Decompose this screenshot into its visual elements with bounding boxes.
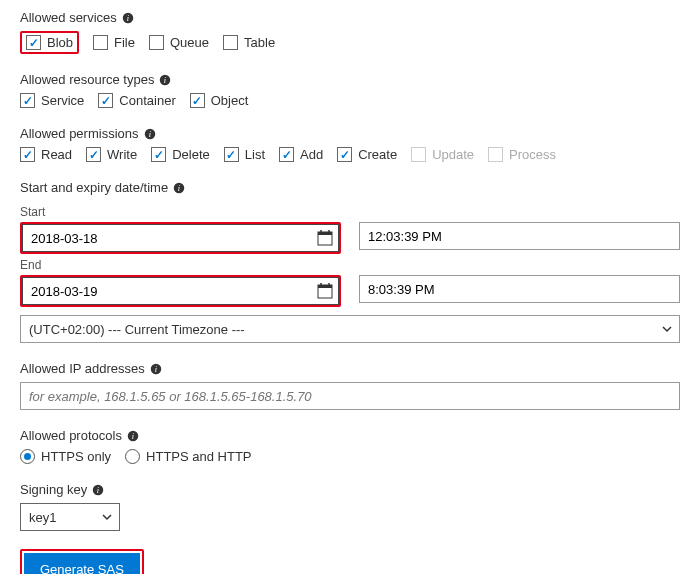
resource-types-label: Allowed resource types i — [20, 72, 680, 87]
permissions-label: Allowed permissions i — [20, 126, 680, 141]
services-label: Allowed services i — [20, 10, 680, 25]
end-time-input[interactable] — [359, 275, 680, 303]
radio-icon — [125, 449, 140, 464]
radio-label: HTTPS and HTTP — [146, 449, 251, 464]
checkbox-label: Queue — [170, 35, 209, 50]
ip-input[interactable] — [20, 382, 680, 410]
info-icon[interactable]: i — [159, 74, 171, 86]
checkbox-blob[interactable]: Blob — [26, 35, 73, 50]
checkbox-label: Create — [358, 147, 397, 162]
checkbox-write[interactable]: Write — [86, 147, 137, 162]
checkbox-read[interactable]: Read — [20, 147, 72, 162]
checkbox-service[interactable]: Service — [20, 93, 84, 108]
checkbox-label: Object — [211, 93, 249, 108]
checkbox-label: Read — [41, 147, 72, 162]
checkbox-icon — [190, 93, 205, 108]
info-icon[interactable]: i — [122, 12, 134, 24]
checkbox-list[interactable]: List — [224, 147, 265, 162]
checkbox-icon — [337, 147, 352, 162]
svg-rect-9 — [318, 232, 332, 235]
checkbox-container[interactable]: Container — [98, 93, 175, 108]
checkbox-object[interactable]: Object — [190, 93, 249, 108]
timezone-select[interactable]: (UTC+02:00) --- Current Timezone --- — [20, 315, 680, 343]
checkbox-create[interactable]: Create — [337, 147, 397, 162]
checkbox-icon — [411, 147, 426, 162]
radio-https-only[interactable]: HTTPS only — [20, 449, 111, 464]
checkbox-icon — [98, 93, 113, 108]
checkbox-label: Blob — [47, 35, 73, 50]
radio-label: HTTPS only — [41, 449, 111, 464]
checkbox-label: Process — [509, 147, 556, 162]
radio-https-http[interactable]: HTTPS and HTTP — [125, 449, 251, 464]
end-date-input[interactable] — [20, 275, 341, 307]
generate-sas-button[interactable]: Generate SAS — [24, 553, 140, 574]
protocols-label: Allowed protocols i — [20, 428, 680, 443]
checkbox-file[interactable]: File — [93, 35, 135, 50]
chevron-down-icon — [101, 511, 113, 523]
start-date-input[interactable] — [20, 222, 341, 254]
resource-types-row: Service Container Object — [20, 93, 680, 108]
svg-rect-13 — [318, 285, 332, 288]
checkbox-icon — [151, 147, 166, 162]
datetime-label: Start and expiry date/time i — [20, 180, 680, 195]
checkbox-label: Service — [41, 93, 84, 108]
checkbox-label: Add — [300, 147, 323, 162]
checkbox-update: Update — [411, 147, 474, 162]
chevron-down-icon — [661, 323, 673, 335]
timezone-value: (UTC+02:00) --- Current Timezone --- — [29, 322, 245, 337]
checkbox-add[interactable]: Add — [279, 147, 323, 162]
calendar-icon[interactable] — [317, 283, 333, 299]
checkbox-table[interactable]: Table — [223, 35, 275, 50]
info-icon[interactable]: i — [92, 484, 104, 496]
end-date-field[interactable] — [22, 277, 339, 305]
signing-key-select[interactable]: key1 — [20, 503, 120, 531]
radio-icon — [20, 449, 35, 464]
checkbox-icon — [93, 35, 108, 50]
checkbox-label: Update — [432, 147, 474, 162]
checkbox-icon — [279, 147, 294, 162]
checkbox-label: Delete — [172, 147, 210, 162]
checkbox-icon — [149, 35, 164, 50]
info-icon[interactable]: i — [144, 128, 156, 140]
signing-key-value: key1 — [29, 510, 56, 525]
checkbox-icon — [223, 35, 238, 50]
signing-key-label: Signing key i — [20, 482, 680, 497]
checkbox-queue[interactable]: Queue — [149, 35, 209, 50]
checkbox-icon — [224, 147, 239, 162]
checkbox-icon — [20, 93, 35, 108]
start-label: Start — [20, 205, 341, 219]
checkbox-icon — [86, 147, 101, 162]
checkbox-process: Process — [488, 147, 556, 162]
start-time-input[interactable] — [359, 222, 680, 250]
checkbox-label: Container — [119, 93, 175, 108]
checkbox-delete[interactable]: Delete — [151, 147, 210, 162]
checkbox-label: List — [245, 147, 265, 162]
info-icon[interactable]: i — [150, 363, 162, 375]
checkbox-icon — [20, 147, 35, 162]
checkbox-label: Table — [244, 35, 275, 50]
permissions-row: Read Write Delete List Add Create Update… — [20, 147, 680, 162]
checkbox-label: File — [114, 35, 135, 50]
checkbox-label: Write — [107, 147, 137, 162]
info-icon[interactable]: i — [127, 430, 139, 442]
info-icon[interactable]: i — [173, 182, 185, 194]
start-date-field[interactable] — [22, 224, 339, 252]
end-label: End — [20, 258, 341, 272]
services-row: Blob File Queue Table — [20, 31, 680, 54]
ip-label: Allowed IP addresses i — [20, 361, 680, 376]
checkbox-icon — [26, 35, 41, 50]
calendar-icon[interactable] — [317, 230, 333, 246]
checkbox-icon — [488, 147, 503, 162]
